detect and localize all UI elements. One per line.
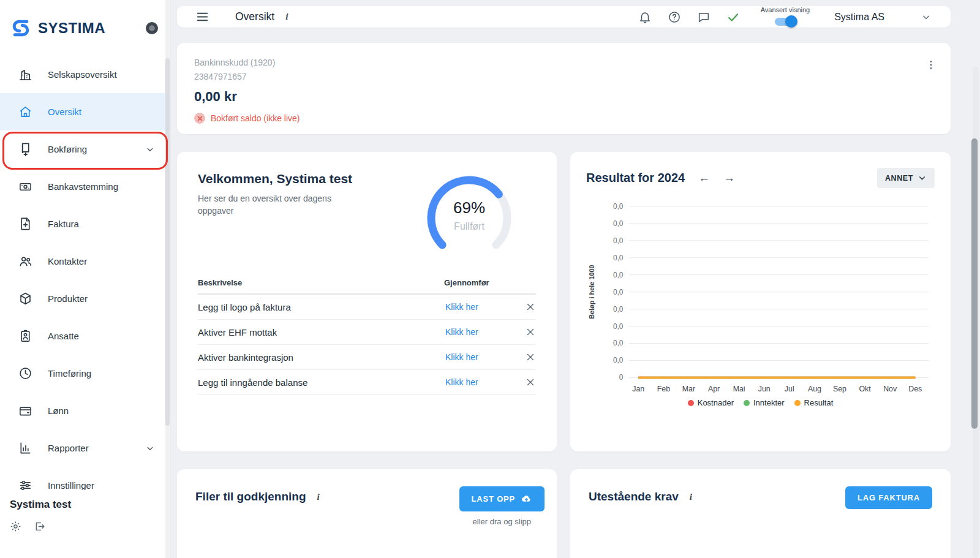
svg-text:0,0: 0,0 <box>613 322 624 331</box>
svg-text:0,0: 0,0 <box>613 339 624 347</box>
task-table: Beskrivelse Gjennomfør Legg til logo på … <box>198 278 536 395</box>
task-action-link[interactable]: Klikk her <box>445 352 518 362</box>
outstanding-claims-card: Utestående krav i LAG FAKTURA <box>570 469 951 558</box>
svg-text:0,0: 0,0 <box>613 305 624 314</box>
legend-label: Inntekter <box>753 398 785 407</box>
building-icon <box>18 67 32 81</box>
svg-text:Mai: Mai <box>733 385 745 393</box>
sidebar-item-oversikt[interactable]: Oversikt <box>0 93 170 130</box>
svg-text:0,0: 0,0 <box>613 356 624 364</box>
advanced-view-label: Avansert visning <box>761 6 810 13</box>
svg-text:Jul: Jul <box>785 385 794 393</box>
bank-account-name: Bankinnskudd (1920) <box>194 58 933 67</box>
sidebar-item-label: Bankavstemming <box>48 181 156 192</box>
hamburger-menu-icon[interactable] <box>195 10 209 24</box>
welcome-card: Velkommen, Systima test Her ser du en ov… <box>177 152 557 451</box>
chat-icon[interactable] <box>697 10 710 24</box>
task-description: Legg til logo på faktura <box>198 302 445 312</box>
result-chart-card: Resultat for 2024 ← → ANNET 0,00,00,00,0… <box>570 152 951 451</box>
task-action-link[interactable]: Klikk her <box>445 377 518 387</box>
logout-icon[interactable] <box>34 521 45 532</box>
company-selector[interactable]: Systima AS <box>834 11 932 23</box>
legend-dot <box>794 400 801 406</box>
bank-balance: 0,00 kr <box>194 89 933 105</box>
invoice-icon <box>18 217 32 231</box>
box-icon <box>18 292 32 306</box>
legend-label: Resultat <box>804 398 834 407</box>
task-action-link[interactable]: Klikk her <box>445 327 518 337</box>
svg-text:Apr: Apr <box>708 385 720 393</box>
systima-logo-icon <box>10 17 32 39</box>
legend-item-kostnader: Kostnader <box>688 398 734 407</box>
report-chart-icon <box>18 441 32 455</box>
dismiss-x-icon[interactable] <box>525 377 536 388</box>
dismiss-x-icon[interactable] <box>525 301 536 312</box>
sidebar-item-faktura[interactable]: Faktura <box>0 205 170 243</box>
topbar-actions: Avansert visning Systima AS <box>638 6 932 28</box>
sidebar-item-bokforing[interactable]: Bokføring <box>0 130 170 168</box>
sidebar-item-bankavstemming[interactable]: Bankavstemming <box>0 168 170 205</box>
sidebar-item-label: Produkter <box>48 293 156 304</box>
filter-button-label: ANNET <box>885 174 913 183</box>
info-icon[interactable]: i <box>317 492 320 502</box>
bottom-grid: Filer til godkjenning i LAST OPP eller d… <box>177 469 951 558</box>
sidebar-item-produkter[interactable]: Produkter <box>0 280 170 317</box>
task-description: Legg til inngående balanse <box>198 377 445 388</box>
sidebar-item-timeforing[interactable]: Timeføring <box>0 355 170 392</box>
sidebar-item-label: Innstillinger <box>48 480 156 491</box>
sidebar-item-kontakter[interactable]: Kontakter <box>0 243 170 280</box>
svg-text:0,0: 0,0 <box>613 254 624 262</box>
notifications-bell-icon[interactable] <box>638 10 652 24</box>
next-year-arrow-icon[interactable]: → <box>723 172 735 184</box>
sidebar-item-ansatte[interactable]: Ansatte <box>0 317 170 355</box>
task-col-action: Gjennomfør <box>444 278 516 287</box>
upload-button-label: LAST OPP <box>472 494 515 503</box>
more-options-icon[interactable] <box>925 59 937 71</box>
home-icon <box>18 105 32 119</box>
sidebar-item-label: Rapporter <box>48 443 129 453</box>
help-icon[interactable] <box>668 10 681 24</box>
check-icon[interactable] <box>726 10 740 24</box>
prev-year-arrow-icon[interactable]: ← <box>698 172 710 184</box>
task-action-link[interactable]: Klikk her <box>445 302 518 312</box>
advanced-view-toggle[interactable] <box>773 15 797 28</box>
advanced-view-group: Avansert visning <box>761 6 810 28</box>
sidebar-item-label: Timeføring <box>48 368 156 379</box>
upload-button[interactable]: LAST OPP <box>459 486 545 511</box>
table-row: Legg til logo på faktura Klikk her <box>198 295 536 320</box>
gear-icon[interactable] <box>10 521 21 532</box>
wallet-icon <box>18 404 32 418</box>
sidebar-collapse-button[interactable] <box>146 22 158 34</box>
table-row: Aktiver EHF mottak Klikk her <box>198 320 536 345</box>
dismiss-x-icon[interactable] <box>525 352 536 363</box>
sidebar-item-label: Oversikt <box>48 107 156 117</box>
claims-card-title: Utestående krav <box>589 490 679 503</box>
legend-label: Kostnader <box>698 398 734 407</box>
info-icon[interactable]: i <box>690 492 692 502</box>
files-approval-card: Filer til godkjenning i LAST OPP eller d… <box>177 469 557 558</box>
sidebar-item-lonn[interactable]: Lønn <box>0 392 170 429</box>
sidebar-item-label: Bokføring <box>48 144 129 154</box>
sidebar-scrollbar-thumb[interactable] <box>165 58 170 426</box>
page-scrollbar-thumb[interactable] <box>971 138 978 429</box>
dismiss-x-icon[interactable] <box>525 326 536 337</box>
cloud-upload-icon <box>521 493 532 505</box>
bank-status-text: Bokført saldo (ikke live) <box>211 113 300 123</box>
sidebar-menu: Selskapsoversikt Oversikt Bokføring <box>0 56 170 504</box>
task-description: Aktiver bankintegrasjon <box>198 352 445 363</box>
page-scrollbar[interactable] <box>973 66 979 558</box>
svg-text:Nov: Nov <box>883 385 897 393</box>
logo-text: SYSTIMA <box>38 20 105 37</box>
info-icon[interactable]: i <box>285 12 288 22</box>
svg-text:Beløp i hele 1000: Beløp i hele 1000 <box>588 265 595 319</box>
svg-text:0,0: 0,0 <box>613 271 624 279</box>
sidebar-scrollbar[interactable] <box>165 0 170 558</box>
sidebar-item-rapporter[interactable]: Rapporter <box>0 429 170 467</box>
svg-text:Mar: Mar <box>682 385 695 393</box>
svg-text:Feb: Feb <box>657 385 670 393</box>
chart-filter-button[interactable]: ANNET <box>877 168 935 188</box>
sidebar-item-selskapsoversikt[interactable]: Selskapsoversikt <box>0 56 170 93</box>
create-invoice-button[interactable]: LAG FAKTURA <box>845 486 932 509</box>
task-col-description: Beskrivelse <box>198 278 444 287</box>
chevron-down-icon <box>918 173 927 183</box>
